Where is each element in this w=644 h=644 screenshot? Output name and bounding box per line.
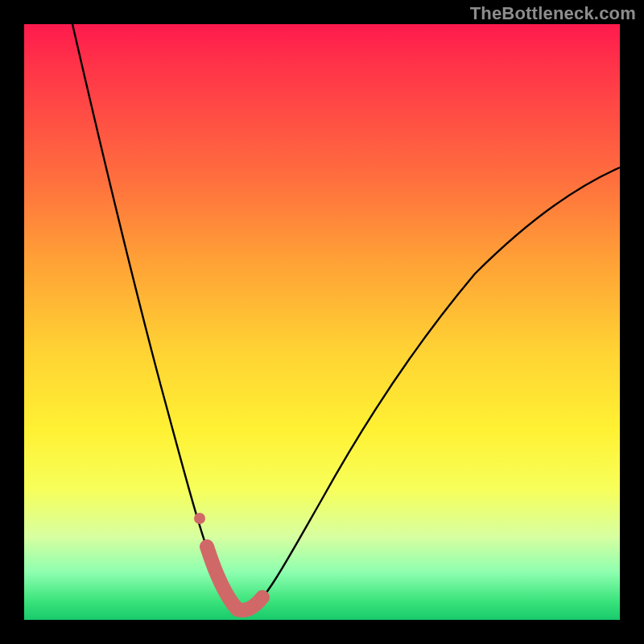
chart-frame: TheBottleneck.com xyxy=(0,0,644,644)
chart-svg xyxy=(24,24,620,620)
watermark-label: TheBottleneck.com xyxy=(470,3,636,24)
bottleneck-curve xyxy=(72,24,620,610)
trough-highlight xyxy=(207,547,262,610)
trough-dot-icon xyxy=(194,513,205,524)
